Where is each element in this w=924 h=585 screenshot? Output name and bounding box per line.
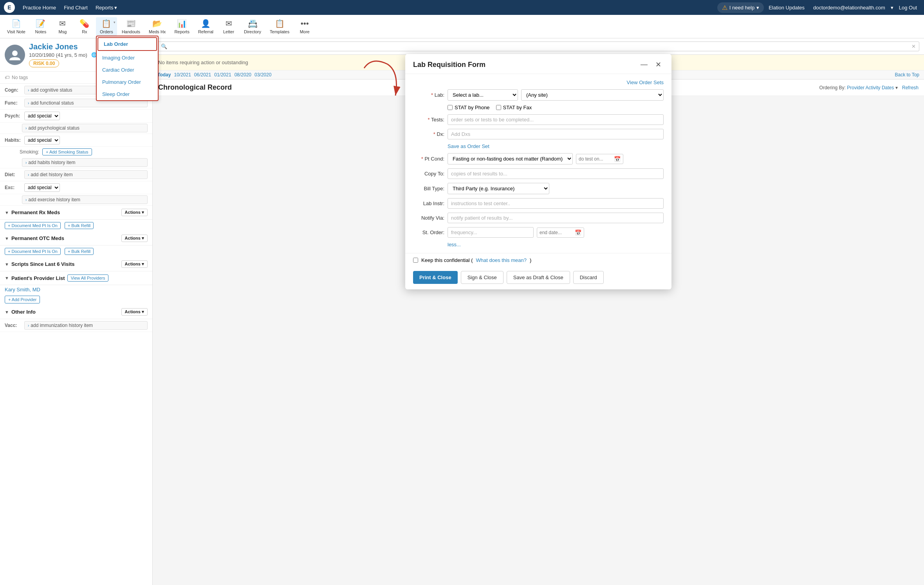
stat-fax-checkbox[interactable]: STAT by Fax (496, 105, 532, 110)
stat-phone-input[interactable] (448, 105, 453, 110)
save-draft-close-button[interactable]: Save as Draft & Close (507, 271, 570, 284)
letter-button[interactable]: ✉ Letter (218, 17, 239, 36)
diet-label: Diet: (5, 172, 22, 177)
logo[interactable]: E (4, 2, 15, 13)
frequency-input[interactable] (448, 227, 534, 238)
meds-hx-button[interactable]: 📂 Meds Hx (145, 17, 170, 36)
scripts-label: Scripts Since Last 6 Visits (11, 261, 75, 267)
orders-menu-pulmonary-order[interactable]: Pulmonary Order (97, 76, 158, 88)
templates-button[interactable]: 📋 Templates (266, 17, 293, 36)
scripts-header[interactable]: ▼ Scripts Since Last 6 Visits Actions ▾ (0, 257, 152, 271)
scripts-actions-button[interactable]: Actions ▾ (121, 260, 148, 268)
nav-find-chart[interactable]: Find Chart (61, 3, 91, 12)
referral-button[interactable]: 👤 Referral (194, 17, 217, 36)
what-mean-link[interactable]: What does this mean? (476, 257, 527, 263)
orders-menu-sleep-order[interactable]: Sleep Order (97, 88, 158, 100)
stat-fax-label: STAT by Fax (503, 105, 532, 110)
discard-button[interactable]: Discard (573, 271, 604, 284)
user-account-link[interactable]: doctordemo@elationhealth.com (810, 3, 888, 12)
bulk-refill-otc-button[interactable]: + Bulk Refill (65, 248, 94, 255)
pt-cond-select[interactable]: Fasting or non-fasting does not matter (… (448, 153, 573, 164)
psych-special-select[interactable]: add special (24, 112, 60, 120)
templates-icon: 📋 (275, 19, 285, 28)
habits-special-select[interactable]: add special (24, 136, 60, 144)
bill-type-select[interactable]: Third Party (e.g. Insurance) (448, 183, 549, 194)
handouts-button[interactable]: 📰 Handouts (118, 17, 144, 36)
nav-practice-home[interactable]: Practice Home (20, 3, 59, 12)
end-date-wrap: 📅 (537, 228, 584, 238)
modal-minimize-button[interactable]: — (638, 60, 650, 70)
confidential-checkbox[interactable] (413, 258, 418, 263)
bill-type-row: Bill Type: Third Party (e.g. Insurance) (413, 183, 664, 194)
do-test-date-input[interactable] (579, 156, 614, 162)
orders-button[interactable]: 📋 Orders (96, 17, 117, 36)
directory-button[interactable]: 📇 Directory (240, 17, 265, 36)
doc-med-rx-button[interactable]: + Document Med Pt Is On (5, 222, 61, 229)
add-smoking-button[interactable]: + Add Smoking Status (42, 148, 92, 155)
perm-rx-header[interactable]: ▼ Permanent Rx Meds Actions ▾ (0, 206, 152, 220)
tests-input[interactable] (448, 114, 664, 125)
habits-label: Habits: (5, 137, 22, 143)
add-vacc-button[interactable]: › add immunization history item (24, 321, 148, 330)
less-link[interactable]: less... (413, 242, 664, 247)
add-exercise-button[interactable]: › add exercise history item (22, 195, 148, 204)
notes-button[interactable]: 📝 Notes (30, 17, 51, 36)
visit-note-button[interactable]: 📄 Visit Note (3, 17, 29, 36)
doc-med-otc-button[interactable]: + Document Med Pt Is On (5, 248, 61, 255)
stat-fax-input[interactable] (496, 105, 501, 110)
print-close-button[interactable]: Print & Close (413, 271, 458, 284)
end-date-input[interactable] (540, 230, 575, 235)
perm-otc-header[interactable]: ▼ Permanent OTC Meds Actions ▾ (0, 231, 152, 246)
stat-phone-checkbox[interactable]: STAT by Phone (448, 105, 490, 110)
chevron-vacc-icon: › (28, 323, 29, 328)
add-diet-button[interactable]: › add diet history item (24, 170, 148, 179)
more-button[interactable]: ••• More (294, 18, 315, 36)
end-date-calendar-icon[interactable]: 📅 (575, 229, 581, 236)
msg-button[interactable]: ✉ Msg (52, 17, 73, 36)
view-all-providers-button[interactable]: View All Providers (67, 274, 109, 282)
add-psychological-status-button[interactable]: › add psychological status (22, 124, 148, 132)
perm-otc-actions-button[interactable]: Actions ▾ (121, 235, 148, 242)
save-order-set-link[interactable]: Save as Order Set (413, 143, 664, 149)
rx-button[interactable]: 💊 Rx (74, 17, 95, 36)
lab-instr-input[interactable] (448, 198, 664, 209)
do-test-calendar-icon[interactable]: 📅 (614, 156, 621, 162)
notify-via-input[interactable] (448, 213, 664, 223)
provider-name-link[interactable]: Kary Smith, MD (0, 285, 152, 294)
perm-rx-actions-button[interactable]: Actions ▾ (121, 209, 148, 216)
notes-icon: 📝 (36, 19, 45, 28)
patient-avatar (5, 45, 25, 65)
chevron-diet-icon: › (28, 173, 29, 177)
help-button[interactable]: ⚠ I need help ▾ (717, 2, 764, 13)
modal-close-button[interactable]: ✕ (653, 60, 664, 70)
toolbar: 📄 Visit Note 📝 Notes ✉ Msg 💊 Rx 📋 Orders… (0, 15, 924, 38)
st-order-label: St. Order: (413, 229, 444, 235)
exc-special-select[interactable]: add special (24, 183, 60, 192)
provider-list-header[interactable]: ▼ Patient's Provider List View All Provi… (0, 271, 152, 285)
elation-updates-link[interactable]: Elation Updates (765, 3, 808, 12)
nav-reports-dropdown[interactable]: Reports ▾ (92, 3, 121, 12)
reports-button[interactable]: 📊 Reports (170, 17, 193, 36)
add-habits-button[interactable]: › add habits history item (22, 158, 148, 167)
stat-checkboxes-row: STAT by Phone STAT by Fax (413, 105, 664, 110)
lab-select[interactable]: Select a lab... (448, 89, 518, 101)
lab-row: * Lab: Select a lab... (Any site) (413, 89, 664, 101)
bulk-refill-rx-button[interactable]: + Bulk Refill (65, 222, 94, 229)
dx-input[interactable] (448, 129, 664, 139)
view-order-sets-link[interactable]: View Order Sets (413, 79, 664, 85)
add-habits-text: add habits history item (28, 160, 75, 165)
add-provider-button[interactable]: + Add Provider (5, 296, 40, 303)
orders-menu-imaging-order[interactable]: Imaging Order (97, 52, 158, 64)
orders-menu-lab-order[interactable]: Lab Order (97, 37, 157, 51)
perm-otc-caret: ▼ (5, 236, 9, 241)
lab-site-select[interactable]: (Any site) (521, 89, 664, 101)
modal-title: Lab Requisition Form (413, 61, 485, 69)
other-info-actions-button[interactable]: Actions ▾ (121, 308, 148, 316)
orders-menu-cardiac-order[interactable]: Cardiac Order (97, 64, 158, 76)
meds-hx-icon: 📂 (152, 19, 162, 28)
other-info-header[interactable]: ▼ Other Info Actions ▾ (0, 305, 152, 319)
sign-close-button[interactable]: Sign & Close (461, 271, 504, 284)
patient-info: Jackie Jones 10/20/1980 (41 yrs, 5 mo) R… (29, 42, 87, 67)
copy-to-input[interactable] (448, 168, 664, 179)
logout-link[interactable]: Log Out (896, 3, 920, 12)
